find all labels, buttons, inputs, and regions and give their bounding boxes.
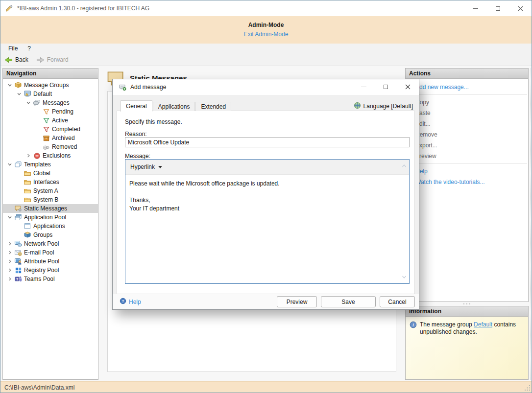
nav-item-exclusions[interactable]: Exclusions [3,151,98,160]
folder-icon [23,187,32,195]
nav-item-system-b[interactable]: System B [3,195,98,204]
action-copy[interactable]: Copy [406,97,528,108]
nav-item-application-pool[interactable]: Application Pool [3,213,98,222]
email-pool-icon: @ [14,249,23,256]
reason-label: Reason: [125,131,147,138]
nav-item-network-pool[interactable]: Network Pool [3,239,98,248]
nav-item-applications[interactable]: Applications [3,222,98,231]
attribute-pool-icon [14,257,23,265]
chevron-right-icon[interactable] [6,250,14,255]
action-export[interactable]: Export... [406,140,528,151]
panel-splitter-handle[interactable] [405,302,529,306]
chevron-down-icon[interactable] [6,83,14,88]
scroll-up-icon[interactable] [402,162,407,169]
nav-item-interfaces[interactable]: Interfaces [3,178,98,186]
nav-item-completed[interactable]: Completed [3,125,98,134]
nav-item-messages[interactable]: Messages [3,98,98,107]
title-bar: *IBI-aws Admin 1.30.0 - registered for I… [0,0,532,16]
svg-text:?: ? [122,299,124,303]
nav-item-registry-pool[interactable]: Registry Pool [3,266,98,275]
nav-item-removed[interactable]: Removed [3,142,98,151]
maximize-button[interactable] [486,0,509,16]
message-label: Message: [125,153,150,160]
dialog-minimize-button[interactable] [353,79,375,94]
network-pool-icon [14,240,23,248]
chevron-down-icon[interactable] [6,162,14,167]
action-remove[interactable]: Remove [406,129,528,140]
action-paste[interactable]: Paste [406,108,528,118]
close-button[interactable] [509,0,532,16]
editor-toolbar: Hyperlink [125,160,409,175]
groups-icon [23,231,32,239]
nav-item-static-messages[interactable]: Static Messages [3,204,98,213]
tab-general[interactable]: General [121,100,152,112]
chevron-right-icon[interactable] [6,268,14,273]
message-text[interactable]: Please wait while the Microsoft office p… [125,175,409,213]
action-edit[interactable]: Edit... [406,118,528,129]
action-watch-video-tutorials[interactable]: Watch the video-tutorials... [406,177,528,187]
chevron-right-icon[interactable] [6,277,14,281]
action-add-new-message[interactable]: Add new message... [406,82,528,92]
navigation-tree: Message Groups Default Messages [2,79,98,380]
exit-admin-mode-link[interactable]: Exit Admin-Mode [0,31,532,38]
nav-toolbar: Back Forward [0,54,532,66]
dialog-maximize-button[interactable] [375,79,397,94]
teams-pool-icon: T [14,275,23,283]
applications-icon [23,222,32,230]
dialog-title: Add message [130,79,166,95]
language-selector[interactable]: Language [Default] [354,102,413,111]
nav-item-global[interactable]: Global [3,169,98,178]
registry-pool-icon [14,267,23,274]
style-dropdown[interactable]: Hyperlink [125,163,162,170]
resize-grip[interactable] [524,385,531,393]
action-help[interactable]: Help [406,166,528,177]
separator [415,94,527,95]
tab-applications[interactable]: Applications [153,102,195,111]
nav-item-archived[interactable]: Archived [3,134,98,142]
message-editor[interactable]: Hyperlink Please wait while the Microsof… [125,159,410,284]
minimize-button[interactable] [464,0,486,16]
add-message-icon [119,83,126,92]
dialog-tabs: General Applications Extended [121,100,231,111]
chevron-down-icon[interactable] [24,100,32,105]
nav-item-email-pool[interactable]: @ E-mail Pool [3,248,98,257]
scroll-down-icon[interactable] [402,274,407,280]
nav-item-default[interactable]: Default [3,90,98,98]
info-default-link[interactable]: Default [474,321,492,328]
menu-file[interactable]: File [3,44,23,54]
close-icon [405,84,411,90]
reason-input[interactable] [125,137,410,147]
chevron-down-icon[interactable] [15,92,23,96]
minimize-icon [361,87,366,87]
nav-item-system-a[interactable]: System A [3,186,98,195]
dialog-close-button[interactable] [397,79,419,94]
maximize-icon [384,85,388,89]
panel-edge-splitter[interactable] [530,68,531,380]
nav-item-message-groups[interactable]: Message Groups [3,81,98,90]
information-panel: Information i The message group Default … [405,302,529,380]
folder-icon [23,178,32,186]
forward-button[interactable]: Forward [32,54,73,66]
chevron-right-icon[interactable] [24,153,32,158]
menu-help[interactable]: ? [23,44,36,54]
nav-item-groups[interactable]: Groups [3,231,98,239]
navigation-panel: Navigation Message Groups Default [2,68,98,380]
action-preview[interactable]: Preview [406,151,528,162]
preview-button[interactable]: Preview [277,296,317,307]
chevron-down-icon[interactable] [6,215,14,220]
chevron-right-icon[interactable] [6,241,14,246]
back-button[interactable]: Back [0,54,32,66]
message-groups-icon [14,81,23,89]
removed-icon [42,143,50,151]
nav-item-pending[interactable]: Pending [3,107,98,116]
tab-extended[interactable]: Extended [195,102,231,111]
cancel-button[interactable]: Cancel [380,296,415,307]
dialog-help-link[interactable]: ? Help [120,298,141,306]
nav-item-attribute-pool[interactable]: Attribute Pool [3,257,98,266]
nav-item-teams-pool[interactable]: T Teams Pool [3,275,98,283]
nav-item-active[interactable]: Active [3,116,98,125]
nav-item-templates[interactable]: Templates [3,160,98,169]
save-button[interactable]: Save [321,296,376,307]
status-bar: C:\IBI-aws\Admin\Data.xml [0,381,532,393]
chevron-right-icon[interactable] [6,259,14,264]
